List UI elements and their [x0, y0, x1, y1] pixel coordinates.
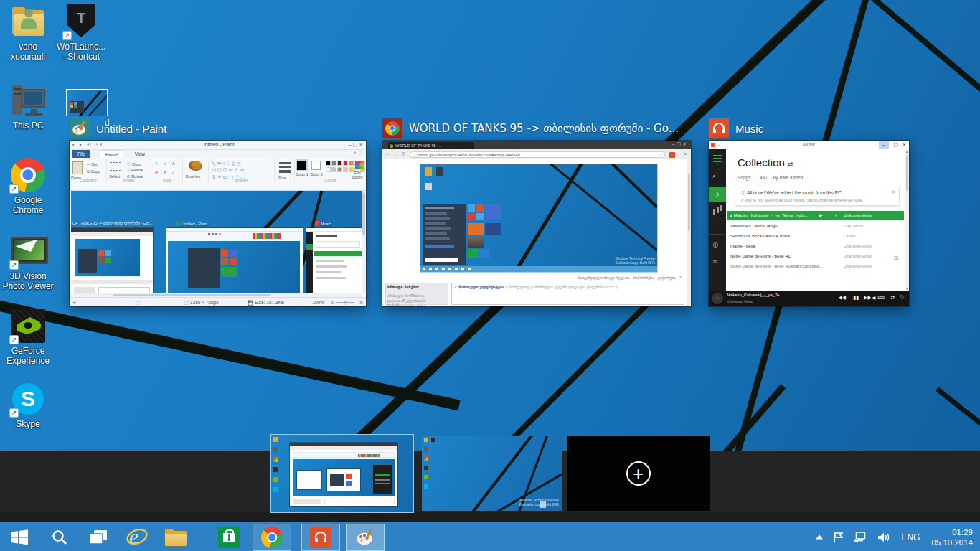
- select-icon[interactable]: [110, 162, 121, 171]
- search-button[interactable]: [40, 523, 79, 551]
- desktop-icon-wot-launcher[interactable]: Т ↗ WoTLaunc... - Shortcut: [53, 4, 109, 62]
- paint-vscrollbar[interactable]: [362, 191, 366, 293]
- text-tool-icon[interactable]: A: [172, 161, 175, 166]
- songs-filter[interactable]: Songs ⌄: [738, 175, 756, 180]
- zoom-in-button[interactable]: ⊕: [359, 300, 363, 306]
- forward-button[interactable]: →: [393, 151, 398, 156]
- palette-swatch[interactable]: [326, 167, 331, 172]
- address-bar[interactable]: ▢ forum.ge/?showtopic=34691265&st=150&#e…: [410, 151, 665, 158]
- store-button[interactable]: [209, 523, 248, 551]
- paint-taskbar-button[interactable]: [346, 524, 385, 551]
- taskview-paint-thumbnail[interactable]: ▪ ▪ ↶ ↷ ▾ Untitled - Paint – ▢ ✕ File Ho…: [70, 141, 366, 306]
- music-taskbar-button[interactable]: [301, 524, 340, 551]
- song-row[interactable]: Notre Dame de Paris - Belle Russian/Subt…: [730, 262, 904, 271]
- window-controls[interactable]: – ▢ ✕: [672, 141, 687, 147]
- palette-swatch[interactable]: [326, 161, 331, 166]
- action-center-flag-icon[interactable]: [833, 532, 844, 543]
- scroll-up-icon[interactable]: ▲: [905, 149, 909, 154]
- paste-icon[interactable]: [72, 161, 83, 174]
- size-button[interactable]: Size: [278, 176, 286, 180]
- palette-swatch[interactable]: [349, 161, 354, 166]
- volume-icon[interactable]: [877, 532, 890, 543]
- song-row[interactable]: maitre - bella Unknown Artist: [730, 242, 904, 251]
- playlists-icon[interactable]: ≣: [712, 258, 717, 265]
- palette-swatch[interactable]: [331, 161, 336, 166]
- pencil-icon[interactable]: ✎: [155, 161, 159, 166]
- internet-explorer-button[interactable]: e: [118, 523, 156, 551]
- reply-checkbox-label[interactable]: ჩართული ელემენტები: [458, 285, 504, 289]
- tab-file[interactable]: File: [72, 150, 90, 158]
- shuffle-icon[interactable]: ⇄: [788, 161, 793, 168]
- taskview-wot-header[interactable]: WORLD OF TANKS 95 -> თბილისის ფორუმი - G…: [382, 118, 679, 139]
- brushes-button[interactable]: Brushes: [186, 174, 200, 179]
- eraser-icon[interactable]: ▰: [155, 170, 158, 174]
- song-row-active[interactable]: ▴ Maksim_Kuharskij_-_ya_Tebya_lyubl... ▶…: [727, 211, 904, 220]
- reply-textarea[interactable]: ✓ ჩართული ელემენტები ( რომლებიც გამოჩნდე…: [451, 283, 684, 305]
- desktop-icon-this-pc[interactable]: This PC: [0, 83, 56, 131]
- desktop-icon-geforce[interactable]: ↗ GeForce Experience: [0, 309, 56, 366]
- start-button[interactable]: [0, 523, 39, 551]
- chrome-scrollbar[interactable]: [687, 159, 691, 306]
- desktop2-thumbnail[interactable]: Windows Technical PreviewEvaluation copy…: [422, 436, 562, 511]
- add-icon[interactable]: ＋: [834, 211, 838, 220]
- taskview-music-thumbnail[interactable]: – Music – ▢ ✕ ⌕ ♪ ⊕ ≣ Collection ⇄ Songs…: [709, 141, 909, 306]
- previous-button[interactable]: ◀◀: [838, 295, 846, 301]
- network-icon[interactable]: [854, 532, 867, 543]
- color2-swatch[interactable]: [311, 161, 321, 170]
- taskview-paint-header[interactable]: Untitled - Paint: [70, 118, 166, 139]
- chrome-menu-icon[interactable]: ≡: [684, 151, 687, 156]
- song-row[interactable]: Valentine's Dance Tango The Twins: [730, 222, 904, 231]
- music-scrollbar[interactable]: ▲ ▼: [905, 149, 909, 291]
- search-icon[interactable]: ⌕: [712, 172, 716, 180]
- player-shuffle-icon[interactable]: ⇄: [890, 295, 895, 301]
- minimize-button[interactable]: –: [879, 141, 889, 149]
- taskbar-clock[interactable]: 01:29 05.10.2014: [931, 527, 973, 547]
- desktop-icon-skype[interactable]: S ↗ Skype: [0, 382, 56, 429]
- next-button[interactable]: ▶▶: [864, 295, 872, 301]
- palette-swatch[interactable]: [343, 161, 348, 166]
- taskview-music-header[interactable]: Music: [709, 118, 763, 139]
- reload-button[interactable]: ⟳: [402, 151, 406, 157]
- shape-row[interactable]: ╲〜○□◇△: [212, 160, 242, 167]
- shape-row[interactable]: ◁⬠⬡⇦⇧⇨: [212, 167, 245, 173]
- sort-dropdown[interactable]: By date added ⌄: [773, 175, 808, 180]
- desktop-icon-vano[interactable]: vano xucurauli: [0, 4, 56, 62]
- collection-tab-icon[interactable]: ♪: [709, 187, 726, 202]
- fill-icon[interactable]: 🜄: [164, 161, 168, 166]
- palette-swatch[interactable]: [331, 167, 336, 172]
- notice-close-icon[interactable]: ✕: [891, 189, 895, 195]
- extension-icon[interactable]: [669, 152, 675, 158]
- close-button[interactable]: ✕: [903, 141, 906, 149]
- zoom-slider[interactable]: ◇: [344, 300, 347, 306]
- song-row[interactable]: Notre Dame de Paris - Belle HD Unknown A…: [730, 252, 904, 261]
- palette-swatch[interactable]: [343, 167, 348, 172]
- song-row[interactable]: Selinho na Boca-Latino e Porla Latino: [730, 232, 904, 241]
- chrome-taskbar-button[interactable]: [253, 524, 291, 551]
- taskview-wot-thumbnail[interactable]: WORLD OF TANKS 95 -... – ▢ ✕ ← → ⟳ ▢ for…: [382, 141, 691, 306]
- menu-icon[interactable]: [713, 155, 722, 156]
- language-indicator[interactable]: ENG: [901, 532, 920, 542]
- picker-icon[interactable]: ✐: [164, 170, 167, 174]
- bookmark-star-icon[interactable]: ☆: [659, 153, 662, 158]
- desktop-icon-google-chrome[interactable]: ↗ Google Chrome: [0, 158, 56, 215]
- copy-button[interactable]: ⧉ Copy: [87, 169, 100, 174]
- dock-icon[interactable]: ⊞: [894, 255, 898, 261]
- chrome-tab[interactable]: WORLD OF TANKS 95 -...: [388, 142, 474, 149]
- color1-swatch[interactable]: [297, 161, 306, 170]
- task-view-button[interactable]: [79, 523, 118, 551]
- palette-swatch[interactable]: [337, 167, 342, 172]
- back-button[interactable]: ←: [385, 151, 390, 156]
- new-playlist-icon[interactable]: ⊕: [712, 241, 718, 249]
- tab-view[interactable]: View: [130, 150, 150, 158]
- brushes-icon[interactable]: [189, 161, 202, 171]
- desktop1-thumbnail[interactable]: [271, 435, 413, 512]
- zoom-out-button[interactable]: ⊖: [331, 300, 334, 306]
- tab-home[interactable]: Home: [100, 150, 123, 158]
- crop-button[interactable]: ⿴ Crop: [127, 161, 141, 167]
- volume-button[interactable]: ◀) 100: [872, 295, 885, 300]
- edit-colors-icon[interactable]: [355, 161, 364, 169]
- desktop-icon-3d-vision[interactable]: ↗ 3D Vision Photo Viewer: [0, 234, 56, 291]
- forum-breadcrumb[interactable]: მაჩვენებელი მოყვარულთა · ჩამორჩენა · ციტ…: [578, 276, 682, 280]
- tray-expand-arrow[interactable]: [816, 534, 823, 540]
- palette-swatch[interactable]: [337, 161, 342, 166]
